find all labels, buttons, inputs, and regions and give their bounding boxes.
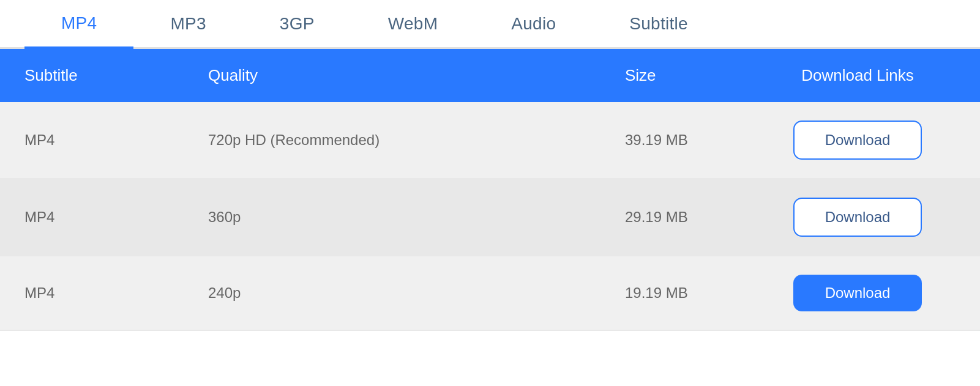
table-row: MP4360p29.19 MBDownload xyxy=(0,179,980,256)
tab-bar: MP4MP33GPWebMAudioSubtitle xyxy=(0,0,980,49)
download-button[interactable]: Download xyxy=(793,198,922,237)
tab-mp3[interactable]: MP3 xyxy=(133,1,242,49)
header-subtitle: Subtitle xyxy=(24,66,208,85)
tab-3gp[interactable]: 3GP xyxy=(243,1,351,49)
tab-subtitle[interactable]: Subtitle xyxy=(593,1,725,49)
row-download-col: Download xyxy=(760,275,956,311)
row-subtitle: MP4 xyxy=(24,209,208,226)
header-download-links: Download Links xyxy=(760,66,956,85)
tab-webm[interactable]: WebM xyxy=(351,1,475,49)
table-row: MP4240p19.19 MBDownload xyxy=(0,256,980,331)
table-row: MP4720p HD (Recommended)39.19 MBDownload xyxy=(0,102,980,179)
row-download-col: Download xyxy=(760,198,956,237)
row-subtitle: MP4 xyxy=(24,132,208,149)
tab-mp4[interactable]: MP4 xyxy=(24,0,133,49)
header-size: Size xyxy=(625,66,760,85)
row-subtitle: MP4 xyxy=(24,284,208,302)
row-quality: 720p HD (Recommended) xyxy=(208,132,625,149)
row-size: 29.19 MB xyxy=(625,209,760,226)
download-button[interactable]: Download xyxy=(793,275,922,311)
tab-audio[interactable]: Audio xyxy=(474,1,593,49)
table-body: MP4720p HD (Recommended)39.19 MBDownload… xyxy=(0,102,980,331)
header-quality: Quality xyxy=(208,66,625,85)
row-quality: 360p xyxy=(208,209,625,226)
row-size: 39.19 MB xyxy=(625,132,760,149)
table-header: Subtitle Quality Size Download Links xyxy=(0,49,980,102)
row-download-col: Download xyxy=(760,121,956,160)
row-size: 19.19 MB xyxy=(625,284,760,302)
row-quality: 240p xyxy=(208,284,625,302)
download-button[interactable]: Download xyxy=(793,121,922,160)
